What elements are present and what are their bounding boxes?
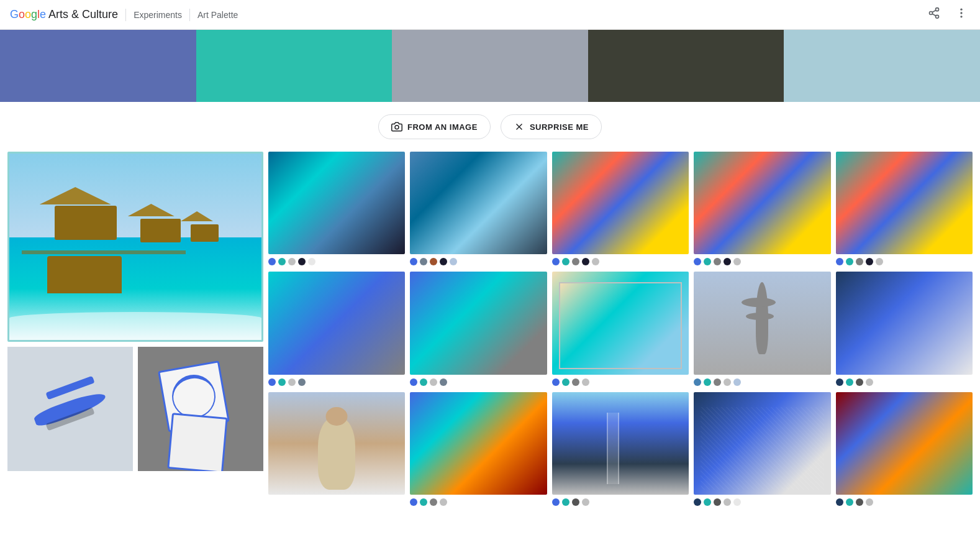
art-image-9 bbox=[694, 272, 830, 374]
camera-icon bbox=[391, 121, 402, 132]
svg-point-6 bbox=[960, 12, 962, 14]
surprise-label: SURPRISE ME bbox=[530, 122, 589, 132]
grid-item-8[interactable] bbox=[552, 272, 689, 387]
art-image-6 bbox=[268, 272, 405, 374]
header-left: Google Arts & Culture Experiments Art Pa… bbox=[10, 8, 238, 21]
color-dots-13 bbox=[552, 497, 689, 507]
more-options-button[interactable] bbox=[953, 4, 970, 25]
header: Google Arts & Culture Experiments Art Pa… bbox=[0, 0, 980, 30]
logo[interactable]: Google Arts & Culture bbox=[10, 8, 118, 21]
svg-line-3 bbox=[932, 14, 936, 16]
color-dots-3 bbox=[552, 257, 689, 267]
grid-item-14[interactable] bbox=[694, 392, 830, 507]
logo-g: G bbox=[10, 8, 19, 21]
small-image-grid bbox=[7, 347, 263, 471]
grid-item-6[interactable] bbox=[268, 272, 405, 387]
palette-bar bbox=[0, 30, 980, 102]
action-buttons: FROM AN IMAGE SURPRISE ME bbox=[0, 102, 980, 149]
divider-2 bbox=[189, 9, 190, 21]
color-dots-4 bbox=[694, 257, 830, 267]
grid-item-1[interactable] bbox=[268, 152, 405, 267]
featured-image-wrapper[interactable] bbox=[7, 152, 263, 342]
color-dots-9 bbox=[694, 377, 830, 387]
grid-item-4[interactable] bbox=[694, 152, 830, 267]
main-content bbox=[0, 149, 980, 510]
color-dots-8 bbox=[552, 377, 689, 387]
svg-point-2 bbox=[936, 15, 939, 18]
art-image-1 bbox=[268, 152, 405, 254]
grid-item-2[interactable] bbox=[410, 152, 547, 267]
from-image-label: FROM AN IMAGE bbox=[407, 122, 478, 132]
art-image-15 bbox=[836, 392, 973, 495]
art-image-4 bbox=[694, 152, 830, 254]
grid-item-7[interactable] bbox=[410, 272, 547, 387]
small-item-tiles[interactable] bbox=[138, 347, 263, 471]
art-image-3 bbox=[552, 152, 689, 254]
logo-arts: Arts & Culture bbox=[48, 8, 118, 21]
color-dots-15 bbox=[836, 497, 973, 507]
nav-art-palette[interactable]: Art Palette bbox=[197, 10, 238, 20]
color-dots-7 bbox=[410, 377, 547, 387]
surprise-me-button[interactable]: SURPRISE ME bbox=[501, 114, 602, 139]
header-nav: Experiments Art Palette bbox=[134, 9, 238, 21]
small-item-plane[interactable] bbox=[7, 347, 133, 471]
surprise-icon bbox=[514, 121, 525, 132]
svg-point-8 bbox=[395, 126, 399, 129]
grid-item-12[interactable] bbox=[410, 392, 547, 507]
art-image-11 bbox=[268, 392, 405, 495]
art-grid bbox=[266, 149, 975, 510]
from-image-button[interactable]: FROM AN IMAGE bbox=[378, 114, 491, 139]
color-dots-14 bbox=[694, 497, 830, 507]
logo-g2: g bbox=[31, 8, 37, 21]
featured-image bbox=[9, 154, 261, 340]
color-dots-2 bbox=[410, 257, 547, 267]
art-image-10 bbox=[836, 272, 973, 374]
logo-o1: o bbox=[19, 8, 25, 21]
swatch-3[interactable] bbox=[392, 30, 588, 102]
featured-column bbox=[5, 149, 266, 510]
art-image-12 bbox=[410, 392, 547, 495]
logo-e: e bbox=[40, 8, 46, 21]
swatch-2[interactable] bbox=[196, 30, 392, 102]
grid-item-3[interactable] bbox=[552, 152, 689, 267]
nav-experiments[interactable]: Experiments bbox=[134, 10, 182, 20]
grid-item-9[interactable] bbox=[694, 272, 830, 387]
divider-1 bbox=[125, 9, 126, 21]
header-icons bbox=[925, 4, 970, 25]
color-dots-1 bbox=[268, 257, 405, 267]
art-image-7 bbox=[410, 272, 547, 374]
svg-line-4 bbox=[932, 10, 936, 12]
art-image-5 bbox=[836, 152, 973, 254]
grid-item-11[interactable] bbox=[268, 392, 405, 507]
color-dots-12 bbox=[410, 497, 547, 507]
svg-point-7 bbox=[960, 16, 962, 17]
swatch-5[interactable] bbox=[784, 30, 980, 102]
color-dots-5 bbox=[836, 257, 973, 267]
art-image-13 bbox=[552, 392, 689, 495]
logo-o2: o bbox=[25, 8, 31, 21]
art-image-8 bbox=[552, 272, 689, 374]
swatch-1[interactable] bbox=[0, 30, 196, 102]
art-image-14 bbox=[694, 392, 830, 495]
grid-item-15[interactable] bbox=[836, 392, 973, 507]
grid-item-5[interactable] bbox=[836, 152, 973, 267]
grid-item-13[interactable] bbox=[552, 392, 689, 507]
color-dots-6 bbox=[268, 377, 405, 387]
svg-point-5 bbox=[960, 9, 962, 11]
grid-item-10[interactable] bbox=[836, 272, 973, 387]
svg-point-0 bbox=[936, 8, 939, 11]
swatch-4[interactable] bbox=[588, 30, 784, 102]
svg-point-1 bbox=[930, 12, 933, 15]
art-image-2 bbox=[410, 152, 547, 254]
share-button[interactable] bbox=[925, 4, 943, 25]
color-dots-10 bbox=[836, 377, 973, 387]
